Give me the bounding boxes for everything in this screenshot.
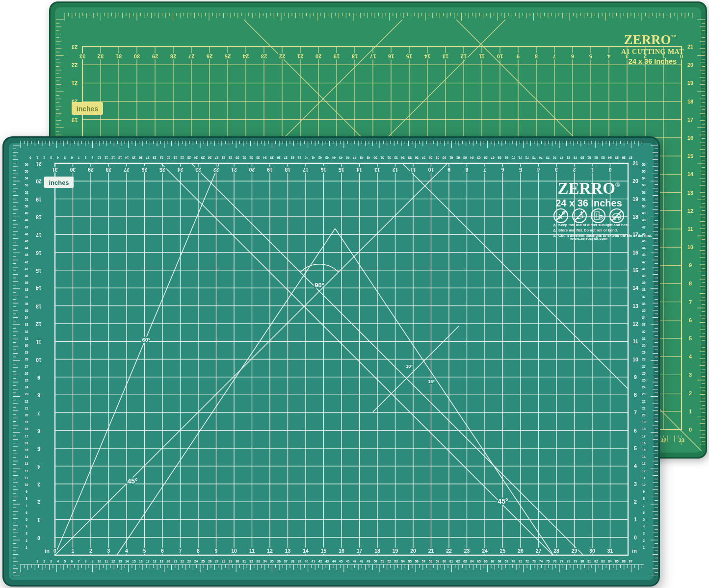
svg-text:25: 25: [159, 167, 165, 173]
svg-text:12: 12: [632, 321, 638, 327]
svg-text:20: 20: [249, 167, 255, 173]
svg-text:36: 36: [642, 302, 646, 306]
svg-text:16: 16: [139, 156, 143, 159]
svg-text:3: 3: [643, 532, 645, 535]
svg-text:69: 69: [504, 156, 508, 159]
svg-text:6: 6: [501, 167, 504, 173]
svg-text:56: 56: [642, 163, 646, 166]
svg-text:2: 2: [89, 548, 92, 554]
svg-text:31: 31: [607, 548, 613, 554]
svg-text:30: 30: [236, 560, 239, 563]
svg-text:18: 18: [374, 548, 380, 554]
svg-text:0: 0: [53, 548, 56, 554]
svg-text:13: 13: [687, 190, 693, 196]
svg-text:26: 26: [207, 53, 212, 59]
svg-text:46: 46: [346, 156, 350, 159]
svg-text:66: 66: [484, 560, 488, 563]
svg-text:24: 24: [642, 385, 646, 389]
svg-text:27: 27: [215, 560, 219, 563]
svg-text:8: 8: [634, 392, 637, 398]
svg-text:6: 6: [37, 428, 40, 434]
svg-text:10: 10: [25, 483, 28, 486]
svg-text:15: 15: [632, 267, 638, 273]
svg-text:15: 15: [132, 560, 136, 563]
svg-text:0: 0: [37, 535, 40, 541]
svg-text:30: 30: [642, 344, 646, 347]
svg-text:68: 68: [498, 156, 501, 159]
svg-text:45: 45: [339, 156, 343, 159]
svg-text:43: 43: [325, 560, 329, 563]
svg-text:21: 21: [174, 560, 178, 563]
warning-text: Store mat flat. Do not roll or bend.: [558, 228, 618, 232]
svg-text:43: 43: [325, 156, 329, 159]
svg-text:48: 48: [360, 560, 364, 563]
svg-text:46: 46: [346, 560, 350, 563]
svg-text:1: 1: [72, 548, 75, 554]
svg-text:23: 23: [195, 167, 201, 173]
svg-text:18: 18: [687, 99, 693, 104]
svg-text:27: 27: [25, 365, 28, 368]
svg-text:54: 54: [401, 156, 405, 159]
svg-text:62: 62: [456, 156, 460, 159]
svg-text:86: 86: [622, 560, 626, 563]
svg-text:55: 55: [408, 156, 412, 159]
svg-text:10: 10: [642, 483, 646, 486]
svg-text:14: 14: [642, 455, 646, 459]
svg-text:4: 4: [643, 525, 645, 528]
svg-text:47: 47: [353, 156, 357, 159]
svg-text:31: 31: [242, 156, 246, 159]
svg-text:1: 1: [36, 560, 38, 563]
svg-text:9: 9: [517, 53, 520, 59]
svg-text:9: 9: [689, 262, 692, 268]
svg-text:27: 27: [536, 548, 542, 554]
svg-text:18: 18: [632, 214, 638, 220]
svg-text:71: 71: [518, 156, 522, 159]
svg-text:7: 7: [26, 504, 27, 508]
svg-text:15: 15: [25, 448, 28, 452]
svg-text:12: 12: [25, 469, 28, 473]
svg-text:52: 52: [25, 191, 28, 194]
svg-text:16: 16: [139, 560, 143, 563]
svg-text:58: 58: [428, 156, 432, 159]
svg-text:13: 13: [374, 167, 380, 173]
svg-text:49: 49: [367, 560, 370, 563]
svg-text:32: 32: [249, 156, 253, 159]
svg-text:10: 10: [98, 560, 102, 563]
unit-in-label-left: in: [45, 548, 50, 554]
svg-text:11: 11: [687, 226, 693, 232]
svg-text:48: 48: [642, 218, 646, 222]
svg-text:20: 20: [36, 179, 42, 184]
front-inches-label: inches: [44, 177, 74, 188]
svg-text:22: 22: [446, 548, 452, 554]
svg-text:50: 50: [25, 205, 28, 208]
svg-text:0: 0: [608, 167, 611, 173]
svg-text:22: 22: [25, 400, 28, 403]
svg-text:62: 62: [456, 560, 460, 563]
svg-text:15: 15: [687, 153, 693, 159]
svg-text:29: 29: [229, 156, 233, 159]
front-size-text: 24 x 36 Inches: [555, 198, 622, 208]
svg-text:15: 15: [642, 448, 646, 452]
svg-text:42: 42: [642, 260, 646, 264]
svg-text:4: 4: [37, 464, 40, 470]
svg-text:41: 41: [25, 267, 28, 271]
svg-text:8: 8: [465, 167, 468, 173]
svg-text:25: 25: [201, 156, 205, 159]
svg-text:80: 80: [580, 156, 584, 159]
svg-text:4: 4: [125, 548, 128, 554]
svg-text:4: 4: [689, 354, 692, 359]
svg-text:13: 13: [443, 53, 448, 59]
svg-text:22: 22: [180, 156, 184, 159]
svg-text:23: 23: [187, 560, 191, 563]
svg-text:7: 7: [553, 53, 556, 59]
svg-text:52: 52: [642, 191, 646, 194]
svg-text:12: 12: [687, 208, 693, 214]
svg-text:39: 39: [25, 281, 28, 284]
svg-text:16: 16: [642, 441, 646, 445]
svg-text:61: 61: [449, 156, 453, 159]
svg-text:11: 11: [25, 476, 28, 480]
svg-text:14: 14: [125, 156, 129, 159]
angle-label-60: 60°: [142, 337, 151, 343]
svg-text:6: 6: [26, 511, 27, 514]
front-brand-text: ZERRO®: [557, 179, 620, 197]
